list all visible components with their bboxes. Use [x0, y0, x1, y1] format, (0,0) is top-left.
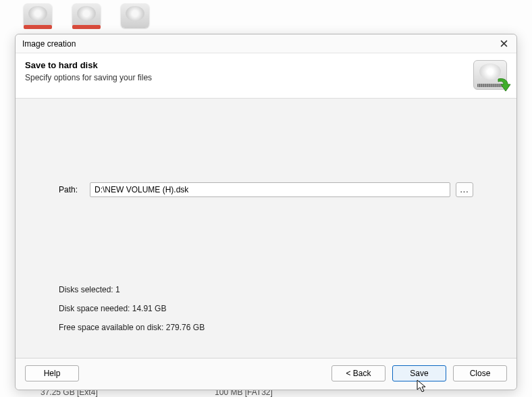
stat-free-space: Free space available on disk: 279.76 GB	[59, 323, 473, 332]
wizard-header: Save to hard disk Specify options for sa…	[16, 53, 516, 99]
hard-disk-save-icon	[473, 60, 507, 90]
image-creation-dialog: Image creation Save to hard disk Specify…	[15, 34, 517, 390]
path-row: Path: ...	[59, 182, 473, 197]
stats-block: Disks selected: 1 Disk space needed: 14.…	[59, 285, 473, 342]
stat-disks-selected: Disks selected: 1	[59, 285, 473, 294]
header-title: Save to hard disk	[25, 60, 152, 70]
browse-button[interactable]: ...	[456, 182, 473, 197]
disk-thumbnail-3	[121, 3, 149, 28]
header-subtitle: Specify options for saving your files	[25, 73, 152, 82]
save-button[interactable]: Save	[392, 365, 446, 381]
toolbar	[24, 3, 149, 28]
back-button[interactable]: < Back	[331, 365, 385, 381]
help-button[interactable]: Help	[25, 365, 79, 381]
titlebar: Image creation	[16, 34, 516, 53]
wizard-body: Path: ... Disks selected: 1 Disk space n…	[16, 99, 516, 358]
path-input[interactable]	[90, 182, 450, 197]
path-label: Path:	[59, 185, 84, 194]
close-icon[interactable]	[498, 38, 510, 50]
wizard-footer: Help < Back Save Close	[16, 358, 516, 390]
window-title: Image creation	[22, 39, 76, 49]
disk-thumbnail-2	[72, 3, 101, 28]
close-button[interactable]: Close	[453, 365, 507, 381]
disk-thumbnail-1	[24, 3, 52, 28]
stat-space-needed: Disk space needed: 14.91 GB	[59, 304, 473, 313]
